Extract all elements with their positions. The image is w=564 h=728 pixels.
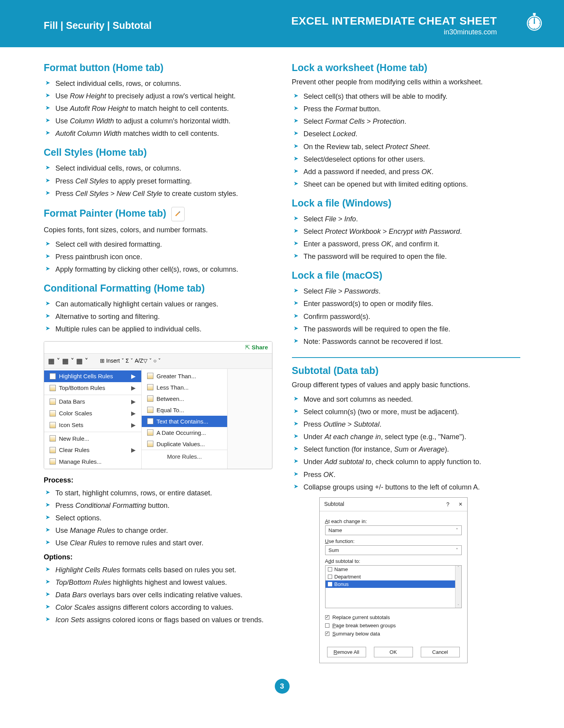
cf-sub-menu: Greater Than... Less Than... Between... … (142, 369, 228, 469)
process-list: To start, highlight columns, rows, or en… (44, 487, 272, 549)
list-item: Color Scales assigns different colors ac… (44, 601, 272, 614)
use-function-select[interactable]: Sum˅ (325, 545, 462, 555)
list-item: Select function (for instance, Sum or Av… (292, 443, 521, 456)
conditional-formatting-screenshot: ⇱ Share ▦ ˅ ▦ ˅ ▦ ˅ ⊞ Insert ˅ Σ ˅ A/Z▽ … (44, 341, 272, 469)
header-right: EXCEL INTERMEDIATE CHEAT SHEET in30minut… (291, 15, 497, 36)
cf-main-menu: Highlight Cells Rules▶ Top/Bottom Rules▶… (44, 369, 142, 469)
list-item: Top/Bottom Rules highlights highest and … (44, 576, 272, 589)
submenu-equal-to[interactable]: Equal To... (142, 404, 227, 416)
insert-delete-group[interactable]: ⊞ Insert ˅ Σ ˅ A/Z▽ ˅ ○ ˅ (100, 357, 161, 364)
lock-worksheet-list: Select cell(s) that others will be able … (292, 90, 521, 190)
share-icon[interactable]: ⇱ (245, 344, 250, 351)
menu-top-bottom-rules[interactable]: Top/Bottom Rules▶ (44, 382, 141, 394)
list-item: Use Manage Rules to change order. (44, 524, 272, 537)
format-button-list: Select individual cells, rows, or column… (44, 77, 272, 140)
list-item: Add a password if needed, and press OK. (292, 166, 521, 178)
list-item: Press paintbrush icon once. (44, 251, 272, 263)
remove-all-button[interactable]: Remove All (327, 647, 366, 657)
svg-point-5 (534, 23, 535, 24)
section-conditional-formatting: Conditional Formatting (Home tab) (44, 283, 272, 294)
section-divider (292, 357, 521, 358)
page-break-checkbox[interactable]: Page break between groups (325, 623, 462, 628)
list-item: Select Format Cells > Protection. (292, 115, 521, 128)
list-item: To start, highlight columns, rows, or en… (44, 487, 272, 499)
section-format-painter: Format Painter (Home tab) (44, 207, 272, 221)
cells-group-icon[interactable]: ▦ ˅ ▦ ˅ ▦ ˅ (48, 357, 88, 365)
right-column: Lock a worksheet (Home tab) Prevent othe… (292, 62, 521, 663)
list-item: Select cell(s) that others will be able … (292, 90, 521, 103)
list-item: Move and sort columns as needed. (292, 393, 521, 406)
menu-clear-rules[interactable]: Clear Rules▶ (44, 444, 141, 456)
list-item-name[interactable]: Name (326, 566, 461, 573)
cell-styles-list: Select individual cells, rows, or column… (44, 162, 272, 199)
cancel-button[interactable]: Cancel (421, 647, 460, 657)
lock-worksheet-intro: Prevent other people from modifying cell… (292, 77, 521, 87)
submenu-duplicate-values[interactable]: Duplicate Values... (142, 438, 227, 450)
list-item: Enter a password, press OK, and confirm … (292, 238, 521, 250)
list-item-bonus[interactable]: Bonus (326, 580, 461, 588)
section-lock-file-windows: Lock a file (Windows) (292, 198, 521, 209)
submenu-text-contains[interactable]: Text that Contains... (142, 416, 227, 427)
list-item: Apply formatting by clicking other cell(… (44, 263, 272, 276)
doc-title: EXCEL INTERMEDIATE CHEAT SHEET (291, 15, 497, 27)
menu-icon-sets[interactable]: Icon Sets▶ (44, 419, 141, 431)
use-function-label: Use function: (325, 538, 462, 544)
list-item: The passwords will be required to open t… (292, 323, 521, 335)
content-area: Format button (Home tab) Select individu… (0, 47, 564, 671)
dialog-title-text: Subtotal (324, 501, 344, 508)
list-item: Select options. (44, 512, 272, 524)
at-each-change-label: At each change in: (325, 518, 462, 524)
section-cell-styles: Cell Styles (Home tab) (44, 147, 272, 158)
submenu-greater-than[interactable]: Greater Than... (142, 370, 227, 382)
svg-rect-1 (533, 13, 536, 15)
options-list: Highlight Cells Rules formats cells base… (44, 564, 272, 626)
submenu-date-occurring[interactable]: A Date Occurring... (142, 427, 227, 438)
ok-button[interactable]: OK (374, 647, 413, 657)
list-item: Select individual cells, rows, or column… (44, 162, 272, 174)
submenu-between[interactable]: Between... (142, 393, 227, 404)
menu-highlight-cells-rules[interactable]: Highlight Cells Rules▶ (44, 370, 141, 382)
conditional-formatting-list: Can automatically highlight certain valu… (44, 298, 272, 335)
submenu-less-than[interactable]: Less Than... (142, 382, 227, 393)
share-button[interactable]: Share (252, 344, 268, 351)
submenu-more-rules[interactable]: More Rules... (142, 450, 227, 463)
list-item: Alternative to sorting and filtering. (44, 310, 272, 323)
list-item: Use Autofit Row Height to match height t… (44, 102, 272, 115)
subtotal-dialog: Subtotal ? × At each change in: Name˅ Us… (319, 497, 468, 663)
summary-below-checkbox[interactable]: Summary below data (325, 631, 462, 637)
dialog-close-icon[interactable]: × (459, 501, 462, 507)
list-item: Press Outline > Subtotal. (292, 418, 521, 431)
process-label: Process: (44, 476, 272, 484)
replace-subtotals-checkbox[interactable]: Replace current subtotals (325, 614, 462, 620)
ribbon-row: ▦ ˅ ▦ ˅ ▦ ˅ ⊞ Insert ˅ Σ ˅ A/Z▽ ˅ ○ ˅ (44, 354, 272, 369)
list-item: Press Cell Styles to apply preset format… (44, 175, 272, 187)
dialog-help-icon[interactable]: ? (446, 501, 449, 507)
section-lock-worksheet: Lock a worksheet (Home tab) (292, 62, 521, 73)
list-item: Select/deselect options for other users. (292, 153, 521, 166)
list-scrollbar[interactable]: ˄˅ (455, 566, 461, 608)
svg-rect-2 (534, 15, 535, 17)
list-item: Select File > Info. (292, 213, 521, 225)
menu-new-rule[interactable]: New Rule... (44, 433, 141, 444)
lock-file-macos-list: Select File > Passwords.Enter password(s… (292, 285, 521, 347)
list-item: Select column(s) (two or more, must be a… (292, 406, 521, 418)
at-each-change-select[interactable]: Name˅ (325, 525, 462, 535)
doc-subtitle: in30minutes.com (291, 28, 497, 36)
options-label: Options: (44, 553, 272, 561)
chevron-down-icon: ˅ (456, 528, 458, 533)
menu-data-bars[interactable]: Data Bars▶ (44, 396, 141, 408)
menu-manage-rules[interactable]: Manage Rules... (44, 456, 141, 467)
list-item-department[interactable]: Department (326, 573, 461, 580)
list-item: Select File > Passwords. (292, 285, 521, 297)
list-item: Deselect Locked. (292, 128, 521, 140)
list-item: Confirm password(s). (292, 310, 521, 323)
list-item: Autofit Column Width matches width to ce… (44, 127, 272, 140)
list-item: Use Clear Rules to remove rules and star… (44, 537, 272, 549)
list-item: Collapse groups using +/- buttons to the… (292, 481, 521, 493)
add-subtotal-to-list[interactable]: Name Department Bonus ˄˅ (325, 565, 462, 608)
paintbrush-icon (171, 207, 185, 221)
list-item: Data Bars overlays bars over cells indic… (44, 589, 272, 601)
list-item: Use Column Width to adjust a column's ho… (44, 115, 272, 127)
breadcrumb: Fill | Security | Subtotal (44, 20, 152, 31)
menu-color-scales[interactable]: Color Scales▶ (44, 408, 141, 419)
